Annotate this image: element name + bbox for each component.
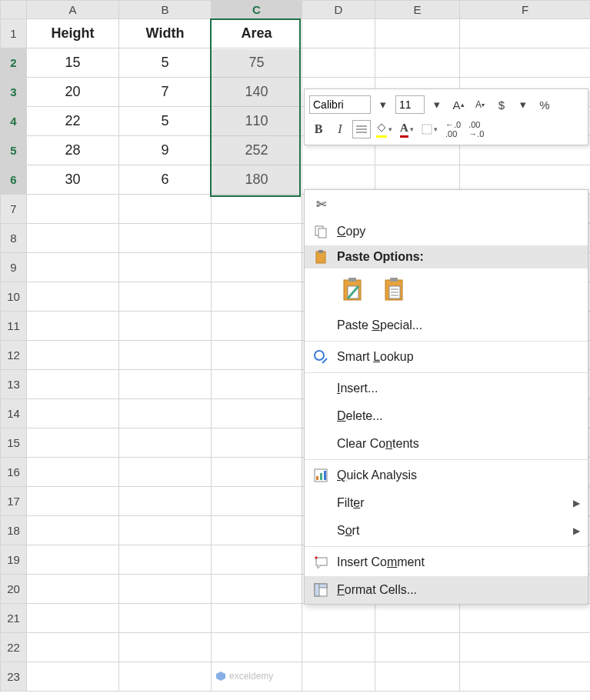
cell[interactable]: 30 [27, 165, 119, 195]
cell[interactable] [212, 633, 302, 662]
cell[interactable]: 5 [119, 48, 212, 78]
cell[interactable] [302, 662, 375, 692]
cell[interactable]: Height [27, 19, 119, 48]
cell[interactable] [375, 662, 460, 692]
cell[interactable]: 5 [119, 107, 212, 136]
border-button[interactable]: ▾ [419, 120, 440, 138]
cell[interactable] [27, 458, 119, 487]
row-header[interactable]: 18 [1, 516, 27, 545]
menu-delete[interactable]: Delete... [305, 402, 588, 430]
row-header-1[interactable]: 1 [1, 19, 27, 48]
decrease-font-icon[interactable]: A▾ [471, 95, 489, 114]
cell[interactable] [119, 662, 212, 692]
row-header[interactable]: 11 [1, 312, 27, 341]
cell[interactable] [27, 516, 119, 545]
row-header[interactable]: 17 [1, 487, 27, 516]
fontsize-dropdown-icon[interactable]: ▾ [428, 95, 446, 114]
cell[interactable] [460, 48, 591, 78]
row-header[interactable]: 23 [1, 662, 27, 692]
cell[interactable]: 7 [119, 78, 212, 107]
corner-cell[interactable] [1, 1, 27, 19]
row-header-5[interactable]: 5 [1, 136, 27, 165]
row-header[interactable]: 16 [1, 458, 27, 487]
row-header[interactable]: 12 [1, 341, 27, 370]
cell[interactable] [212, 195, 302, 224]
cell[interactable] [27, 604, 119, 633]
cell[interactable]: 20 [27, 78, 119, 107]
cell[interactable] [27, 282, 119, 312]
cell[interactable] [302, 19, 375, 48]
cell[interactable] [212, 341, 302, 370]
cell[interactable] [27, 399, 119, 428]
cell[interactable] [119, 341, 212, 370]
row-header-3[interactable]: 3 [1, 78, 27, 107]
decrease-decimal-button[interactable]: .00→.0 [466, 120, 486, 138]
cell[interactable]: Width [119, 19, 212, 48]
cell[interactable] [212, 312, 302, 341]
row-header[interactable]: 7 [1, 195, 27, 224]
cell[interactable] [119, 282, 212, 312]
cell[interactable] [27, 662, 119, 692]
row-header[interactable]: 8 [1, 224, 27, 253]
increase-decimal-button[interactable]: ←.0.00 [443, 120, 463, 138]
italic-button[interactable]: I [331, 120, 349, 138]
cell[interactable]: 6 [119, 165, 212, 195]
cell[interactable] [27, 428, 119, 458]
row-header-6[interactable]: 6 [1, 165, 27, 195]
font-select[interactable] [309, 95, 371, 114]
menu-insert[interactable]: Insert... [305, 375, 588, 402]
cell[interactable]: 9 [119, 136, 212, 165]
cell[interactable] [302, 604, 375, 633]
cell[interactable]: 75 [212, 48, 302, 78]
cell[interactable] [212, 428, 302, 458]
col-header-b[interactable]: B [119, 1, 212, 19]
cell[interactable]: 252 [212, 136, 302, 165]
row-header[interactable]: 14 [1, 399, 27, 428]
menu-format-cells[interactable]: Format Cells... [305, 576, 588, 604]
cell[interactable] [460, 604, 591, 633]
fontsize-select[interactable] [395, 95, 425, 114]
cell[interactable] [375, 19, 460, 48]
row-header[interactable]: 21 [1, 604, 27, 633]
cell[interactable] [212, 604, 302, 633]
cell[interactable] [375, 604, 460, 633]
cell[interactable] [27, 633, 119, 662]
cell[interactable]: 180 [212, 165, 302, 195]
cell[interactable] [212, 370, 302, 399]
cell[interactable] [119, 604, 212, 633]
row-header[interactable]: 9 [1, 253, 27, 282]
cell[interactable] [119, 312, 212, 341]
cell[interactable] [212, 458, 302, 487]
cell[interactable] [119, 253, 212, 282]
cell[interactable] [27, 253, 119, 282]
cell[interactable] [27, 224, 119, 253]
paste-default-button[interactable] [340, 275, 366, 305]
increase-font-icon[interactable]: A▴ [449, 95, 468, 114]
col-header-d[interactable]: D [302, 1, 375, 19]
cell[interactable] [119, 458, 212, 487]
cell[interactable] [460, 19, 591, 48]
paste-values-button[interactable] [382, 275, 408, 305]
currency-button[interactable]: $ [492, 95, 511, 114]
row-header-4[interactable]: 4 [1, 107, 27, 136]
cell[interactable] [460, 633, 591, 662]
font-dropdown-icon[interactable]: ▾ [374, 95, 392, 114]
cell[interactable] [27, 545, 119, 575]
cell[interactable] [119, 195, 212, 224]
cell[interactable]: 140 [212, 78, 302, 107]
col-header-e[interactable]: E [375, 1, 460, 19]
row-header[interactable]: 22 [1, 633, 27, 662]
cell[interactable] [375, 633, 460, 662]
menu-clear-contents[interactable]: Clear Contents [305, 430, 588, 458]
cell[interactable] [212, 253, 302, 282]
menu-sort[interactable]: Sort ▶ [305, 517, 588, 545]
menu-copy[interactable]: Copy [305, 218, 588, 245]
cell[interactable] [27, 370, 119, 399]
bold-button[interactable]: B [309, 120, 328, 138]
currency-dropdown-icon[interactable]: ▾ [514, 95, 532, 114]
cell[interactable] [119, 545, 212, 575]
cell[interactable] [119, 516, 212, 545]
row-header[interactable]: 19 [1, 545, 27, 575]
cell[interactable] [302, 48, 375, 78]
cell[interactable]: 110 [212, 107, 302, 136]
